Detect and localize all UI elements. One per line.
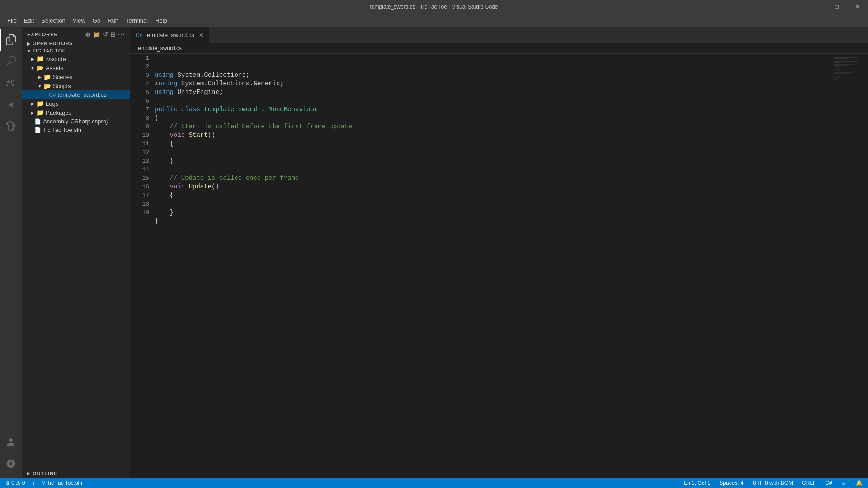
line-numbers: 12345678910111213141516171819 — [130, 54, 153, 478]
line-number-8: 8 — [134, 114, 149, 122]
scripts-label: Scripts — [53, 83, 71, 89]
scripts-chevron: ▼ — [36, 84, 43, 89]
code-editor[interactable]: 12345678910111213141516171819 using Syst… — [130, 54, 868, 478]
line-number-6: 6 — [134, 97, 149, 105]
tab-cs-icon: C# — [136, 32, 142, 38]
open-editors-section[interactable]: ▶ OPEN EDITORS — [22, 40, 130, 47]
minimize-button[interactable]: ─ — [806, 0, 826, 14]
line-number-14: 14 — [134, 165, 149, 174]
menu-item-help[interactable]: Help — [151, 15, 171, 26]
encoding[interactable]: UTF-8 with BOM — [751, 478, 795, 488]
packages-chevron: ▶ — [29, 110, 36, 115]
activity-explorer[interactable] — [0, 29, 22, 51]
title-bar: template_sword.cs - Tic Tac Toe - Visual… — [0, 0, 868, 14]
language-mode[interactable]: C# — [823, 478, 834, 488]
logs-folder-icon: 📁 — [36, 100, 44, 107]
menu-item-run[interactable]: Run — [104, 15, 122, 26]
indentation[interactable]: Spaces: 4 — [717, 478, 745, 488]
close-button[interactable]: ✕ — [847, 0, 868, 14]
code-line-6: { — [155, 114, 830, 122]
outline-chevron: ▶ — [27, 471, 31, 476]
sidebar-item-scripts[interactable]: ▼ 📂 Scripts — [22, 81, 130, 90]
cursor-position[interactable]: Ln 1, Col 1 — [682, 478, 712, 488]
project-label: TIC TAC TOE — [33, 48, 66, 53]
activity-bar — [0, 27, 22, 478]
line-number-17: 17 — [134, 191, 149, 200]
menu-bar: FileEditSelectionViewGoRunTerminalHelp — [0, 14, 868, 27]
sidebar-item-template-sword[interactable]: C# template_sword.cs — [22, 90, 130, 99]
breadcrumb: template_sword.cs — [130, 43, 868, 54]
scenes-chevron: ▶ — [36, 75, 43, 80]
tab-close-button[interactable]: ✕ — [199, 32, 203, 38]
error-warning-count[interactable]: ⊗ 0 ⚠ 0 — [4, 478, 27, 488]
refresh-button[interactable]: ↺ — [103, 31, 108, 38]
breadcrumb-file: template_sword.cs — [137, 45, 182, 52]
sidebar-title: EXPLORER ⊕ 📁 ↺ ⊟ ··· — [22, 27, 130, 40]
window-title: template_sword.cs - Tic Tac Toe - Visual… — [370, 4, 498, 10]
code-line-5: public class template_sword : MonoBehavi… — [155, 105, 830, 114]
folder-icon: 📁 — [36, 55, 44, 62]
menu-item-edit[interactable]: Edit — [20, 15, 38, 26]
new-folder-button[interactable]: 📁 — [93, 31, 101, 38]
menu-item-view[interactable]: View — [69, 15, 89, 26]
activity-run[interactable] — [0, 94, 22, 116]
code-line-9: { — [155, 140, 830, 148]
sln-label: Tic Tac Toe.sln — [43, 127, 81, 133]
warning-icon: ⚠ — [16, 480, 21, 486]
sync-button[interactable]: ↕ — [30, 478, 37, 488]
code-content[interactable]: using System.Collections;⚠using System.C… — [153, 54, 832, 478]
packages-folder-icon: 📁 — [36, 109, 44, 116]
activity-account[interactable] — [0, 431, 22, 453]
activity-extensions[interactable] — [0, 116, 22, 137]
open-editors-label: OPEN EDITORS — [33, 41, 73, 46]
activity-settings[interactable] — [0, 453, 22, 474]
scenes-label: Scenes — [53, 74, 72, 80]
menu-item-file[interactable]: File — [4, 15, 20, 26]
collapse-all-button[interactable]: ⊟ — [110, 31, 116, 38]
scenes-folder-icon: 📁 — [43, 73, 51, 80]
code-line-10 — [155, 148, 830, 157]
menu-item-go[interactable]: Go — [89, 15, 104, 26]
more-actions-button[interactable]: ··· — [118, 31, 125, 38]
packages-label: Packages — [46, 109, 71, 116]
sidebar-item-sln[interactable]: 📄 Tic Tac Toe.sln — [22, 126, 130, 134]
assets-chevron: ▼ — [29, 66, 36, 70]
line-number-12: 12 — [134, 148, 149, 157]
line-number-11: 11 — [134, 140, 149, 148]
sidebar-item-packages[interactable]: ▶ 📁 Packages — [22, 108, 130, 117]
new-file-button[interactable]: ⊕ — [85, 31, 91, 38]
sidebar-item-assembly[interactable]: 📄 Assembly-CSharp.csproj — [22, 117, 130, 126]
vscode-label: .vscode — [46, 56, 66, 62]
feedback-button[interactable]: ☺ — [840, 478, 849, 488]
sidebar: EXPLORER ⊕ 📁 ↺ ⊟ ··· ▶ OPEN EDITORS ▼ TI… — [22, 27, 130, 478]
maximize-button[interactable]: □ — [826, 0, 847, 14]
main-layout: EXPLORER ⊕ 📁 ↺ ⊟ ··· ▶ OPEN EDITORS ▼ TI… — [0, 27, 868, 478]
logs-label: Logs — [46, 100, 58, 107]
project-root[interactable]: ▼ TIC TAC TOE — [22, 47, 130, 54]
cs-file-icon: C# — [49, 92, 56, 98]
csproj-file-icon: 📄 — [34, 118, 41, 125]
sidebar-item-scenes[interactable]: ▶ 📁 Scenes — [22, 72, 130, 81]
outline-section[interactable]: ▶ OUTLINE — [22, 469, 130, 478]
project-name: Tic Tac Toe.sln — [47, 480, 82, 486]
tab-template-sword[interactable]: C# template_sword.cs ✕ — [130, 27, 209, 43]
code-line-3: using UnityEngine; — [155, 88, 830, 97]
sidebar-item-vscode[interactable]: ▶ 📁 .vscode — [22, 54, 130, 63]
sync-icon: ↕ — [32, 480, 35, 486]
menu-item-selection[interactable]: Selection — [38, 15, 69, 26]
status-bar-right: Ln 1, Col 1 Spaces: 4 UTF-8 with BOM CRL… — [682, 478, 864, 488]
sidebar-item-assets[interactable]: ▼ 📂 Assets — [22, 63, 130, 72]
warning-count: 0 — [22, 480, 25, 486]
code-line-16 — [155, 200, 830, 208]
code-line-15: { — [155, 191, 830, 200]
notifications-button[interactable]: 🔔 — [854, 478, 864, 488]
sln-file-icon: 📄 — [34, 127, 41, 133]
line-ending[interactable]: CRLF — [800, 478, 818, 488]
menu-item-terminal[interactable]: Terminal — [122, 15, 151, 26]
sidebar-item-logs[interactable]: ▶ 📁 Logs — [22, 99, 130, 108]
activity-search[interactable] — [0, 51, 22, 72]
code-line-11: } — [155, 157, 830, 165]
line-number-4: 4 — [134, 80, 149, 88]
branch-button[interactable]: ⑂ Tic Tac Toe.sln — [40, 478, 84, 488]
activity-source-control[interactable] — [0, 72, 22, 94]
